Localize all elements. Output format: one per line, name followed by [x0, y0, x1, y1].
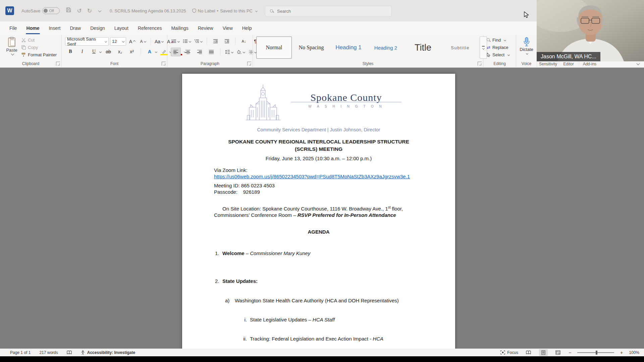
underline-button[interactable]: U: [89, 48, 99, 56]
document-heading-line1: SPOKANE COUNTY REGIONAL INTERLOCAL LEADE…: [182, 138, 455, 145]
tab-references[interactable]: References: [133, 21, 167, 35]
numbered-list-button[interactable]: [182, 37, 192, 45]
justify-button[interactable]: [207, 48, 216, 56]
search-input[interactable]: [276, 8, 372, 14]
sensitivity-chip[interactable]: No Label • Saved to this PC: [192, 8, 257, 13]
select-button[interactable]: Select: [487, 52, 509, 57]
text-effects-button[interactable]: A: [145, 48, 154, 56]
tab-file[interactable]: File: [5, 21, 22, 35]
tab-help[interactable]: Help: [237, 21, 257, 35]
video-call-overlay[interactable]: Jason McGill, WA HC...: [537, 0, 644, 61]
font-dialog-launcher[interactable]: [162, 62, 166, 66]
font-size-combo[interactable]: 12: [110, 37, 126, 46]
sort-button[interactable]: A↓: [239, 37, 249, 45]
increase-indent-button[interactable]: [222, 37, 231, 45]
dictate-button[interactable]: Dictate: [516, 37, 537, 54]
line-spacing-icon: [225, 50, 230, 54]
zoom-out-button[interactable]: −: [569, 350, 571, 355]
paste-chevron-icon: [11, 52, 14, 56]
document-page[interactable]: Spokane County W A S H I N G T O N Commu…: [182, 74, 455, 349]
tab-draw[interactable]: Draw: [65, 21, 86, 35]
change-case-button[interactable]: Aa: [154, 38, 164, 46]
dictate-chevron-icon: [526, 52, 528, 55]
style-no-spacing[interactable]: No Spacing: [293, 37, 329, 59]
quick-access-toolbar: ↺ ↻: [66, 7, 101, 14]
style-title[interactable]: Title: [405, 37, 441, 59]
style-heading1[interactable]: Heading 1: [331, 37, 366, 59]
format-painter-button[interactable]: Format Painter: [21, 52, 57, 57]
superscript-button[interactable]: x²: [127, 48, 137, 56]
autosave-toggle[interactable]: AutoSave Off: [21, 7, 60, 14]
saved-status[interactable]: Saved to this PC: [220, 8, 253, 13]
word-app-icon[interactable]: W: [5, 6, 14, 15]
bullet-list-button[interactable]: [171, 37, 180, 45]
select-pointer-icon: [487, 53, 490, 57]
tab-insert[interactable]: Insert: [44, 21, 65, 35]
font-family-combo[interactable]: Microsoft Sans Serif: [65, 37, 109, 46]
find-button[interactable]: Find: [487, 38, 509, 43]
proofing-status[interactable]: [67, 350, 72, 355]
tab-home[interactable]: Home: [22, 21, 44, 35]
copy-button[interactable]: Copy: [21, 45, 57, 50]
collapse-ribbon-chevron-icon[interactable]: [637, 62, 640, 65]
zoom-link[interactable]: https://us06web.zoom.us/j/86502234503?pw…: [214, 174, 410, 179]
grow-font-button[interactable]: A: [127, 38, 137, 46]
align-center-icon: [185, 50, 190, 54]
align-right-button[interactable]: [195, 48, 204, 56]
replace-icon: ⇄: [487, 45, 490, 50]
paste-button[interactable]: Paste: [4, 37, 19, 65]
align-left-button[interactable]: [171, 48, 181, 56]
style-heading2[interactable]: Heading 2: [368, 37, 404, 59]
find-icon: [487, 38, 490, 42]
cut-button[interactable]: Cut: [21, 38, 57, 43]
tab-mailings[interactable]: Mailings: [166, 21, 193, 35]
strikethrough-button[interactable]: ab: [104, 48, 113, 56]
search-box[interactable]: [265, 6, 392, 16]
bullet-list-icon: [171, 39, 176, 43]
agenda-item-2a-i: i.State Legislative Updates – HCA Staff: [235, 316, 423, 323]
print-layout-button[interactable]: [539, 349, 548, 356]
word-count[interactable]: 217 words: [39, 350, 58, 355]
align-center-button[interactable]: [183, 48, 193, 56]
document-title[interactable]: 0. SCRILS Meeting Agenda 06.13.2025: [110, 8, 186, 13]
zoom-slider-thumb[interactable]: [596, 351, 597, 355]
replace-button[interactable]: ⇄Replace: [487, 45, 509, 50]
multilevel-list-button[interactable]: [194, 37, 203, 45]
save-button[interactable]: [66, 7, 71, 14]
paragraph-group-label: Paragraph: [167, 61, 253, 66]
bold-button[interactable]: B: [66, 48, 75, 56]
read-mode-button[interactable]: [524, 349, 533, 356]
decrease-indent-button[interactable]: [211, 37, 220, 45]
shading-button[interactable]: [236, 48, 246, 56]
focus-mode-button[interactable]: Focus: [500, 350, 518, 355]
find-chevron-icon: [504, 39, 506, 41]
accessibility-status[interactable]: Accessibility: Investigate: [80, 350, 135, 355]
italic-button[interactable]: I: [77, 48, 87, 56]
tab-layout[interactable]: Layout: [110, 21, 133, 35]
tab-review[interactable]: Review: [193, 21, 218, 35]
redo-button[interactable]: ↻: [87, 7, 92, 14]
tab-view[interactable]: View: [218, 21, 237, 35]
increase-indent-icon: [224, 39, 229, 43]
zoom-slider[interactable]: [577, 352, 614, 353]
styles-dialog-launcher[interactable]: [478, 62, 482, 66]
autosave-label: AutoSave: [21, 8, 40, 13]
document-canvas[interactable]: Spokane County W A S H I N G T O N Commu…: [0, 68, 644, 349]
autosave-switch[interactable]: Off: [42, 7, 60, 14]
subscript-button[interactable]: x₂: [115, 48, 125, 56]
shrink-font-button[interactable]: A: [138, 38, 148, 46]
customize-qat-button[interactable]: [97, 7, 101, 14]
style-subtitle[interactable]: Subtitle: [442, 37, 478, 59]
undo-button[interactable]: ↺: [77, 7, 82, 14]
line-spacing-button[interactable]: [224, 48, 234, 56]
style-normal[interactable]: Normal: [256, 37, 292, 59]
web-layout-button[interactable]: [554, 349, 562, 356]
paragraph-dialog-launcher[interactable]: [247, 62, 251, 66]
page-count[interactable]: Page 1 of 1: [10, 350, 31, 355]
zoom-in-button[interactable]: +: [620, 350, 623, 355]
zoom-level[interactable]: 100%: [629, 350, 639, 355]
shrink-font-arrow-icon: [144, 40, 146, 43]
clipboard-dialog-launcher[interactable]: [56, 62, 60, 66]
logo-state: W A S H I N G T O N: [308, 103, 384, 110]
tab-design[interactable]: Design: [86, 21, 110, 35]
